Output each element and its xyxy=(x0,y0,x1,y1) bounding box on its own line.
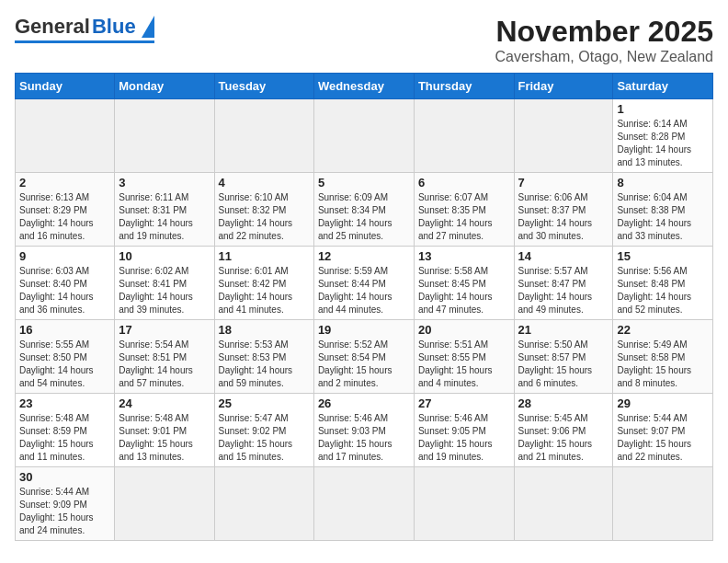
day-number: 10 xyxy=(119,249,210,263)
page-header: General Blue November 2025 Caversham, Ot… xyxy=(15,15,713,65)
calendar-cell: 10Sunrise: 6:02 AM Sunset: 8:41 PM Dayli… xyxy=(115,247,214,320)
calendar-cell: 5Sunrise: 6:09 AM Sunset: 8:34 PM Daylig… xyxy=(313,173,414,247)
calendar-cell: 25Sunrise: 5:47 AM Sunset: 9:02 PM Dayli… xyxy=(214,394,313,467)
day-info: Sunrise: 5:54 AM Sunset: 8:51 PM Dayligh… xyxy=(119,339,210,390)
day-info: Sunrise: 5:59 AM Sunset: 8:44 PM Dayligh… xyxy=(318,265,410,316)
week-row-4: 16Sunrise: 5:55 AM Sunset: 8:50 PM Dayli… xyxy=(16,320,713,394)
day-number: 16 xyxy=(19,323,110,337)
calendar-cell: 24Sunrise: 5:48 AM Sunset: 9:01 PM Dayli… xyxy=(115,394,214,467)
day-number: 11 xyxy=(219,249,310,263)
day-info: Sunrise: 6:04 AM Sunset: 8:38 PM Dayligh… xyxy=(617,191,709,243)
calendar-cell: 29Sunrise: 5:44 AM Sunset: 9:07 PM Dayli… xyxy=(613,394,713,467)
day-info: Sunrise: 6:11 AM Sunset: 8:31 PM Dayligh… xyxy=(119,191,210,243)
day-info: Sunrise: 5:57 AM Sunset: 8:47 PM Dayligh… xyxy=(518,265,609,316)
calendar-cell: 21Sunrise: 5:50 AM Sunset: 8:57 PM Dayli… xyxy=(514,320,613,394)
calendar-cell: 19Sunrise: 5:52 AM Sunset: 8:54 PM Dayli… xyxy=(313,320,414,394)
week-row-3: 9Sunrise: 6:03 AM Sunset: 8:40 PM Daylig… xyxy=(16,247,713,320)
day-number: 2 xyxy=(19,176,110,190)
calendar-cell xyxy=(514,467,613,541)
logo-underline xyxy=(15,40,154,43)
week-row-2: 2Sunrise: 6:13 AM Sunset: 8:29 PM Daylig… xyxy=(16,173,713,247)
day-info: Sunrise: 6:03 AM Sunset: 8:40 PM Dayligh… xyxy=(19,265,110,316)
week-row-5: 23Sunrise: 5:48 AM Sunset: 8:59 PM Dayli… xyxy=(16,394,713,467)
day-info: Sunrise: 6:10 AM Sunset: 8:32 PM Dayligh… xyxy=(219,191,310,243)
calendar-cell: 6Sunrise: 6:07 AM Sunset: 8:35 PM Daylig… xyxy=(414,173,514,247)
day-number: 27 xyxy=(418,396,510,410)
day-info: Sunrise: 5:55 AM Sunset: 8:50 PM Dayligh… xyxy=(19,339,110,390)
day-info: Sunrise: 5:51 AM Sunset: 8:55 PM Dayligh… xyxy=(418,339,510,390)
logo-blue-text: Blue xyxy=(92,15,136,39)
calendar-cell: 2Sunrise: 6:13 AM Sunset: 8:29 PM Daylig… xyxy=(16,173,115,247)
month-title: November 2025 xyxy=(495,15,713,49)
day-info: Sunrise: 5:53 AM Sunset: 8:53 PM Dayligh… xyxy=(219,339,310,390)
day-number: 5 xyxy=(318,176,410,190)
day-number: 22 xyxy=(617,323,709,337)
calendar-cell xyxy=(414,99,514,173)
calendar-cell: 16Sunrise: 5:55 AM Sunset: 8:50 PM Dayli… xyxy=(16,320,115,394)
location-title: Caversham, Otago, New Zealand xyxy=(495,49,713,65)
day-number: 28 xyxy=(518,396,609,410)
day-info: Sunrise: 5:52 AM Sunset: 8:54 PM Dayligh… xyxy=(318,339,410,390)
calendar-table: SundayMondayTuesdayWednesdayThursdayFrid… xyxy=(15,73,713,541)
logo: General Blue xyxy=(15,15,154,43)
calendar-cell: 27Sunrise: 5:46 AM Sunset: 9:05 PM Dayli… xyxy=(414,394,514,467)
col-header-tuesday: Tuesday xyxy=(214,74,313,99)
day-info: Sunrise: 6:14 AM Sunset: 8:28 PM Dayligh… xyxy=(617,118,709,169)
day-info: Sunrise: 5:47 AM Sunset: 9:02 PM Dayligh… xyxy=(219,412,310,464)
calendar-cell xyxy=(115,99,214,173)
day-number: 3 xyxy=(119,176,210,190)
day-info: Sunrise: 5:44 AM Sunset: 9:09 PM Dayligh… xyxy=(19,486,110,537)
day-info: Sunrise: 5:48 AM Sunset: 9:01 PM Dayligh… xyxy=(119,412,210,464)
day-info: Sunrise: 5:46 AM Sunset: 9:03 PM Dayligh… xyxy=(318,412,410,464)
calendar-cell xyxy=(214,467,313,541)
calendar-cell xyxy=(514,99,613,173)
title-area: November 2025 Caversham, Otago, New Zeal… xyxy=(495,15,713,65)
calendar-cell: 3Sunrise: 6:11 AM Sunset: 8:31 PM Daylig… xyxy=(115,173,214,247)
day-number: 1 xyxy=(617,102,709,116)
day-number: 25 xyxy=(219,396,310,410)
calendar-cell xyxy=(16,99,115,173)
day-number: 7 xyxy=(518,176,609,190)
day-info: Sunrise: 6:02 AM Sunset: 8:41 PM Dayligh… xyxy=(119,265,210,316)
calendar-cell xyxy=(613,467,713,541)
day-info: Sunrise: 5:44 AM Sunset: 9:07 PM Dayligh… xyxy=(617,412,709,464)
day-number: 21 xyxy=(518,323,609,337)
calendar-cell xyxy=(313,467,414,541)
calendar-cell xyxy=(115,467,214,541)
col-header-thursday: Thursday xyxy=(414,74,514,99)
calendar-cell: 14Sunrise: 5:57 AM Sunset: 8:47 PM Dayli… xyxy=(514,247,613,320)
calendar-cell xyxy=(214,99,313,173)
col-header-sunday: Sunday xyxy=(16,74,115,99)
week-row-1: 1Sunrise: 6:14 AM Sunset: 8:28 PM Daylig… xyxy=(16,99,713,173)
calendar-cell: 12Sunrise: 5:59 AM Sunset: 8:44 PM Dayli… xyxy=(313,247,414,320)
calendar-cell: 11Sunrise: 6:01 AM Sunset: 8:42 PM Dayli… xyxy=(214,247,313,320)
day-number: 4 xyxy=(219,176,310,190)
day-info: Sunrise: 5:49 AM Sunset: 8:58 PM Dayligh… xyxy=(617,339,709,390)
col-header-friday: Friday xyxy=(514,74,613,99)
day-info: Sunrise: 6:09 AM Sunset: 8:34 PM Dayligh… xyxy=(318,191,410,243)
calendar-cell: 26Sunrise: 5:46 AM Sunset: 9:03 PM Dayli… xyxy=(313,394,414,467)
day-number: 26 xyxy=(318,396,410,410)
day-number: 30 xyxy=(19,470,110,484)
col-header-saturday: Saturday xyxy=(613,74,713,99)
calendar-cell: 23Sunrise: 5:48 AM Sunset: 8:59 PM Dayli… xyxy=(16,394,115,467)
calendar-cell: 9Sunrise: 6:03 AM Sunset: 8:40 PM Daylig… xyxy=(16,247,115,320)
day-number: 6 xyxy=(418,176,510,190)
day-number: 18 xyxy=(219,323,310,337)
calendar-cell: 28Sunrise: 5:45 AM Sunset: 9:06 PM Dayli… xyxy=(514,394,613,467)
day-number: 29 xyxy=(617,396,709,410)
calendar-cell: 15Sunrise: 5:56 AM Sunset: 8:48 PM Dayli… xyxy=(613,247,713,320)
col-header-wednesday: Wednesday xyxy=(313,74,414,99)
day-info: Sunrise: 6:13 AM Sunset: 8:29 PM Dayligh… xyxy=(19,191,110,243)
calendar-cell: 18Sunrise: 5:53 AM Sunset: 8:53 PM Dayli… xyxy=(214,320,313,394)
day-number: 19 xyxy=(318,323,410,337)
logo-general-text: General xyxy=(15,15,90,39)
day-info: Sunrise: 5:45 AM Sunset: 9:06 PM Dayligh… xyxy=(518,412,609,464)
calendar-cell: 4Sunrise: 6:10 AM Sunset: 8:32 PM Daylig… xyxy=(214,173,313,247)
day-number: 15 xyxy=(617,249,709,263)
day-number: 8 xyxy=(617,176,709,190)
day-number: 17 xyxy=(119,323,210,337)
day-number: 9 xyxy=(19,249,110,263)
day-number: 23 xyxy=(19,396,110,410)
day-number: 12 xyxy=(318,249,410,263)
